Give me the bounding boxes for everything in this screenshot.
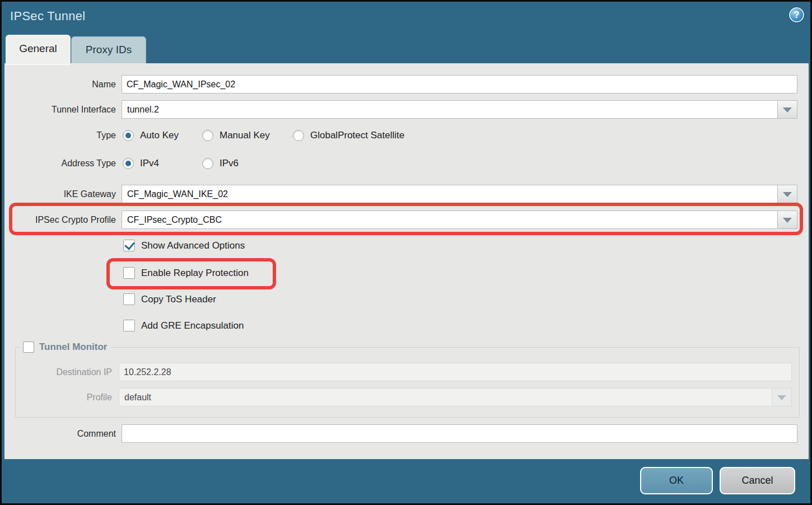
name-input[interactable]	[122, 75, 797, 93]
radio-globalprotect-satellite[interactable]: GlobalProtect Satellite	[293, 130, 423, 141]
destination-ip-input	[119, 363, 792, 381]
ike-gateway-dropdown-button[interactable]	[777, 185, 797, 203]
tunnel-interface-dropdown-button[interactable]	[777, 101, 797, 118]
ipsec-crypto-profile-value: CF_IPsec_Crypto_CBC	[127, 211, 222, 228]
ike-gateway-label: IKE Gateway	[4, 185, 116, 203]
name-label: Name	[4, 75, 116, 93]
radio-manual-key-control[interactable]	[202, 130, 213, 141]
radio-ipv4-label: IPv4	[140, 158, 159, 169]
radio-ipv4-control[interactable]	[123, 158, 134, 169]
profile-label: Profile	[4, 388, 112, 406]
profile-select: default	[119, 388, 792, 406]
tunnel-monitor-label: Tunnel Monitor	[39, 342, 108, 353]
radio-manual-key-label: Manual Key	[220, 130, 270, 141]
radio-ipv6-control[interactable]	[202, 158, 213, 169]
tunnel-monitor-checkbox[interactable]	[23, 342, 34, 353]
ipsec-crypto-profile-label: IPSec Crypto Profile	[4, 211, 116, 229]
type-label: Type	[4, 129, 116, 142]
chevron-down-icon	[783, 192, 792, 197]
add-gre-encapsulation-label: Add GRE Encapsulation	[141, 320, 244, 331]
address-type-label: Address Type	[4, 157, 116, 170]
profile-dropdown-button	[772, 389, 791, 406]
help-icon[interactable]: ?	[789, 7, 804, 22]
radio-globalprotect-satellite-control[interactable]	[293, 130, 304, 141]
chevron-down-icon	[783, 107, 792, 113]
ok-button[interactable]: OK	[640, 467, 713, 494]
enable-replay-protection-checkbox[interactable]	[123, 267, 135, 279]
chevron-down-icon	[783, 218, 792, 223]
ike-gateway-value: CF_Magic_WAN_IKE_02	[127, 185, 228, 203]
copy-tos-header-checkbox[interactable]	[123, 293, 135, 305]
tunnel-interface-select[interactable]: tunnel.2	[122, 100, 797, 119]
radio-globalprotect-satellite-label: GlobalProtect Satellite	[310, 130, 404, 141]
address-type-radio-group: IPv4 IPv6	[123, 157, 258, 170]
general-tab-panel: Name Tunnel Interface tunnel.2 Type Auto…	[4, 63, 809, 459]
radio-auto-key[interactable]: Auto Key	[123, 130, 202, 141]
comment-label: Comment	[4, 424, 116, 443]
tab-proxy-ids[interactable]: Proxy IDs	[71, 36, 146, 63]
chevron-down-icon	[777, 395, 786, 400]
radio-manual-key[interactable]: Manual Key	[202, 130, 293, 141]
radio-ipv6[interactable]: IPv6	[202, 158, 258, 169]
radio-auto-key-label: Auto Key	[140, 130, 179, 141]
ike-gateway-select[interactable]: CF_Magic_WAN_IKE_02	[122, 185, 797, 203]
tunnel-monitor-fieldset	[15, 347, 800, 418]
dialog-title: IPSec Tunnel	[10, 9, 85, 24]
radio-ipv4[interactable]: IPv4	[123, 158, 202, 169]
radio-auto-key-control[interactable]	[123, 130, 134, 141]
add-gre-encapsulation-checkbox[interactable]	[123, 320, 135, 331]
tunnel-interface-label: Tunnel Interface	[4, 100, 116, 119]
enable-replay-protection-label: Enable Replay Protection	[141, 268, 249, 279]
tunnel-interface-value: tunnel.2	[127, 101, 159, 118]
tab-general[interactable]: General	[6, 35, 71, 65]
show-advanced-options-label: Show Advanced Options	[141, 240, 245, 251]
profile-value: default	[124, 389, 151, 406]
type-radio-group: Auto Key Manual Key GlobalProtect Satell…	[123, 129, 423, 142]
destination-ip-label: Destination IP	[4, 363, 112, 381]
ipsec-crypto-profile-select[interactable]: CF_IPsec_Crypto_CBC	[122, 211, 797, 229]
tunnel-monitor-legend: Tunnel Monitor	[19, 341, 111, 353]
radio-ipv6-label: IPv6	[220, 158, 239, 169]
comment-input[interactable]	[122, 424, 797, 443]
ipsec-tunnel-dialog: IPSec Tunnel ? General Proxy IDs Name Tu…	[0, 0, 812, 505]
ipsec-crypto-profile-dropdown-button[interactable]	[777, 211, 797, 228]
cancel-button[interactable]: Cancel	[720, 467, 795, 494]
copy-tos-header-label: Copy ToS Header	[141, 294, 216, 305]
show-advanced-options-checkbox[interactable]	[123, 240, 135, 251]
